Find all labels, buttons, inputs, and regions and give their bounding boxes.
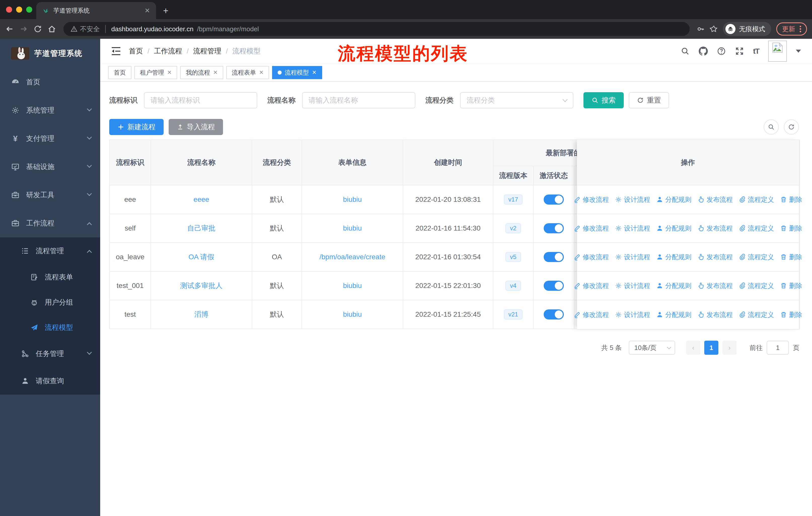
design-process-link[interactable]: 设计流程 [615, 281, 650, 290]
font-size-icon[interactable]: tT [753, 47, 759, 55]
process-definition-link[interactable]: 流程定义 [739, 253, 774, 262]
close-icon[interactable]: ✕ [259, 69, 264, 76]
refresh-table-button[interactable] [784, 119, 799, 135]
search-button[interactable]: 搜索 [583, 92, 624, 108]
sidebar-item-task-mgmt[interactable]: 任务管理 [0, 340, 100, 368]
avatar-caret-icon[interactable] [796, 50, 801, 53]
security-chip[interactable]: 不安全 [70, 25, 100, 33]
kebab-menu-icon[interactable] [800, 26, 801, 32]
page-size-select[interactable]: 10条/页 [629, 341, 675, 355]
version-badge[interactable]: v4 [505, 281, 521, 291]
breadcrumb-item[interactable]: 工作流程 [154, 46, 182, 56]
tab-close-icon[interactable]: ✕ [144, 7, 150, 15]
edit-process-link[interactable]: 修改流程 [574, 253, 609, 262]
reset-button[interactable]: 重置 [629, 92, 669, 108]
process-definition-link[interactable]: 流程定义 [739, 195, 774, 204]
browser-update-menu[interactable]: 更新 [776, 22, 807, 35]
form-info-link[interactable]: biubiu [343, 195, 362, 203]
process-definition-link[interactable]: 流程定义 [739, 224, 774, 233]
window-controls[interactable] [6, 6, 32, 12]
sidebar-logo[interactable]: 芋道管理系统 [0, 39, 100, 68]
sidebar-item-payment[interactable]: ¥ 支付管理 [0, 125, 100, 153]
process-name-link[interactable]: eeee [194, 195, 209, 203]
active-toggle[interactable] [544, 223, 564, 233]
sidebar-item-devtools[interactable]: 研发工具 [0, 181, 100, 209]
assign-rule-link[interactable]: 分配规则 [656, 281, 691, 290]
version-badge[interactable]: v2 [505, 223, 521, 233]
tag-home[interactable]: 首页 [108, 66, 132, 79]
new-tab-button[interactable]: + [163, 5, 168, 19]
sidebar-item-process-mgmt[interactable]: 流程管理 [0, 237, 100, 265]
form-info-link[interactable]: biubiu [343, 310, 362, 318]
sidebar-item-workflow[interactable]: 工作流程 [0, 209, 100, 237]
help-icon[interactable] [717, 47, 726, 56]
publish-process-link[interactable]: 发布流程 [697, 224, 733, 233]
minimize-window-button[interactable] [16, 6, 22, 12]
close-icon[interactable]: ✕ [213, 69, 218, 76]
assign-rule-link[interactable]: 分配规则 [656, 195, 691, 204]
form-info-link[interactable]: /bpm/oa/leave/create [319, 253, 385, 261]
design-process-link[interactable]: 设计流程 [615, 253, 650, 262]
assign-rule-link[interactable]: 分配规则 [656, 224, 691, 233]
goto-page-input[interactable] [767, 341, 789, 355]
edit-process-link[interactable]: 修改流程 [574, 281, 609, 290]
next-page-button[interactable]: › [722, 341, 736, 355]
process-key-input[interactable] [144, 92, 257, 108]
breadcrumb-item[interactable]: 流程管理 [193, 46, 222, 56]
tag-process-form[interactable]: 流程表单✕ [226, 66, 269, 79]
search-icon[interactable] [680, 47, 690, 56]
delete-link[interactable]: 删除 [780, 224, 802, 233]
active-toggle[interactable] [544, 309, 564, 320]
breadcrumb-item[interactable]: 首页 [129, 46, 143, 56]
forward-icon[interactable] [19, 24, 28, 33]
delete-link[interactable]: 删除 [780, 253, 802, 262]
form-info-link[interactable]: biubiu [343, 224, 362, 232]
edit-process-link[interactable]: 修改流程 [574, 195, 609, 204]
sidebar-item-process-model[interactable]: 流程模型 [0, 315, 100, 340]
sidebar-item-home[interactable]: 首页 [0, 68, 100, 96]
show-search-button[interactable] [764, 119, 779, 135]
edit-process-link[interactable]: 修改流程 [574, 310, 609, 319]
active-toggle[interactable] [544, 252, 564, 262]
publish-process-link[interactable]: 发布流程 [697, 195, 733, 204]
design-process-link[interactable]: 设计流程 [615, 195, 650, 204]
close-icon[interactable]: ✕ [167, 69, 172, 76]
browser-tab[interactable]: 芋道管理系统 ✕ [36, 2, 156, 19]
home-icon[interactable] [47, 24, 56, 33]
sidebar-item-process-form[interactable]: 流程表单 [0, 265, 100, 290]
process-name-link[interactable]: 滔博 [194, 310, 208, 318]
zoom-window-button[interactable] [26, 6, 32, 12]
prev-page-button[interactable]: ‹ [686, 341, 700, 355]
sidebar-item-system[interactable]: 系统管理 [0, 96, 100, 125]
process-category-select[interactable]: 流程分类 [460, 92, 573, 108]
close-window-button[interactable] [6, 6, 12, 12]
assign-rule-link[interactable]: 分配规则 [656, 253, 691, 262]
github-icon[interactable] [699, 47, 708, 56]
design-process-link[interactable]: 设计流程 [615, 224, 650, 233]
tag-process-model[interactable]: 流程模型✕ [272, 66, 322, 79]
publish-process-link[interactable]: 发布流程 [697, 281, 733, 290]
sidebar-item-user-group[interactable]: 用户分组 [0, 290, 100, 315]
publish-process-link[interactable]: 发布流程 [697, 253, 733, 262]
publish-process-link[interactable]: 发布流程 [697, 310, 733, 319]
form-info-link[interactable]: biubiu [343, 282, 362, 290]
tag-my-process[interactable]: 我的流程✕ [180, 66, 223, 79]
version-badge[interactable]: v5 [505, 252, 521, 262]
version-badge[interactable]: v21 [504, 309, 523, 320]
assign-rule-link[interactable]: 分配规则 [656, 310, 691, 319]
sidebar-fold-icon[interactable] [111, 47, 121, 55]
active-toggle[interactable] [544, 281, 564, 291]
import-process-button[interactable]: 导入流程 [169, 119, 223, 135]
version-badge[interactable]: v17 [504, 194, 523, 205]
reload-icon[interactable] [33, 24, 42, 33]
bookmark-star-icon[interactable] [710, 25, 718, 33]
url-bar[interactable]: 不安全 dashboard.yudao.iocoder.cn/bpm/manag… [63, 22, 690, 36]
process-name-link[interactable]: OA 请假 [188, 253, 214, 261]
edit-process-link[interactable]: 修改流程 [574, 224, 609, 233]
delete-link[interactable]: 删除 [780, 195, 802, 204]
process-name-link[interactable]: 自己审批 [187, 224, 215, 232]
sidebar-item-leave-query[interactable]: 请假查询 [0, 368, 100, 395]
delete-link[interactable]: 删除 [780, 310, 802, 319]
process-name-input[interactable] [302, 92, 415, 108]
design-process-link[interactable]: 设计流程 [615, 310, 650, 319]
